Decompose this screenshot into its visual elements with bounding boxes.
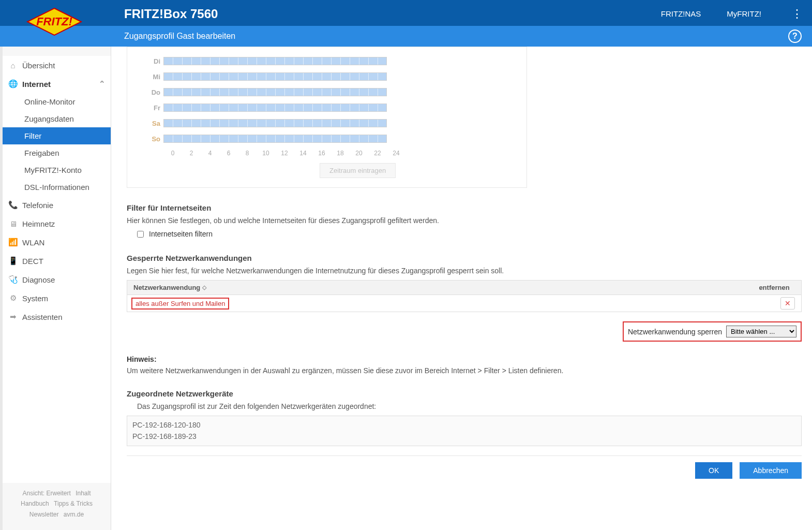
footer-link[interactable]: Tipps & Tricks <box>54 500 93 507</box>
sidebar-item-heimnetz[interactable]: 🖥Heimnetz <box>3 214 111 233</box>
myfritz-link[interactable]: MyFRITZ! <box>727 9 761 18</box>
sidebar-item-internet[interactable]: 🌐Internet⌃ <box>3 75 111 93</box>
block-section-desc: Legen Sie hier fest, für welche Netzwerk… <box>127 267 802 275</box>
chevron-up-icon: ⌃ <box>99 79 106 89</box>
nas-link[interactable]: FRITZ!NAS <box>661 9 701 18</box>
schedule-bar[interactable] <box>163 57 387 65</box>
schedule-row: Mi <box>127 69 527 84</box>
filter-checkbox-label: Internetseiten filtern <box>149 230 213 238</box>
filter-section-title: Filter für Internetseiten <box>127 203 802 212</box>
phone-icon: 📞 <box>8 200 18 210</box>
help-icon[interactable]: ? <box>788 30 802 43</box>
devices-icon: 🖥 <box>8 218 18 229</box>
dect-icon: 📱 <box>8 256 18 266</box>
fritz-logo: FRITZ! <box>23 6 85 37</box>
product-title: FRITZ!Box 7560 <box>124 7 218 21</box>
sidebar-item-diagnose[interactable]: 🩺Diagnose <box>3 270 111 289</box>
device-item: PC-192-168-120-180 <box>132 419 796 431</box>
schedule-row: So <box>127 131 527 146</box>
footer-actions: OK Abbrechen <box>127 455 802 479</box>
day-label: So <box>148 135 163 143</box>
sidebar-item-assistenten[interactable]: ➡Assistenten <box>3 307 111 326</box>
schedule-bar[interactable] <box>163 72 387 81</box>
svg-text:FRITZ!: FRITZ! <box>36 15 72 28</box>
wifi-icon: 📶 <box>8 237 18 247</box>
sidebar-subitem-myfritz!-konto[interactable]: MyFRITZ!-Konto <box>3 161 111 179</box>
schedule-bar[interactable] <box>163 88 387 96</box>
col-remove: entfernen <box>754 284 795 291</box>
lock-app-control: Netzwerkanwendung sperren Bitte wählen .… <box>623 321 802 342</box>
page-title: Zugangsprofil Gast bearbeiten <box>124 32 235 41</box>
sidebar-subitem-freigaben[interactable]: Freigaben <box>3 144 111 161</box>
sidebar: ⌂Übersicht🌐Internet⌃Online-MonitorZugang… <box>3 47 111 530</box>
day-label: Sa <box>148 120 163 127</box>
filter-checkbox[interactable] <box>137 231 144 238</box>
lock-label: Netzwerkanwendung sperren <box>628 328 722 336</box>
enter-timerange-button[interactable]: Zeitraum eintragen <box>320 163 396 178</box>
header: FRITZ! FRITZ!Box 7560 FRITZ!NAS MyFRITZ!… <box>0 2 812 26</box>
footer-link[interactable]: Inhalt <box>76 490 91 497</box>
day-label: Di <box>148 57 163 65</box>
sidebar-footer: Ansicht: Erweitert Inhalt Handbuch Tipps… <box>3 483 111 530</box>
schedule-row: Fr <box>127 100 527 115</box>
block-section-title: Gesperrte Netzwerkanwendungen <box>127 254 802 262</box>
col-app[interactable]: Netzwerkanwendung ◇ <box>133 284 754 291</box>
wizard-icon: ➡ <box>8 312 18 322</box>
sort-icon: ◇ <box>202 284 206 291</box>
subheader: Zugangsprofil Gast bearbeiten ? <box>0 26 812 47</box>
footer-link[interactable]: avm.de <box>64 511 84 518</box>
devices-desc: Das Zugangsprofil ist zur Zeit den folge… <box>127 402 802 410</box>
main-content: DiMiDoFrSaSo 024681012141618202224 Zeitr… <box>111 47 812 530</box>
schedule-row: Sa <box>127 115 527 131</box>
globe-icon: 🌐 <box>8 79 18 89</box>
schedule-bar[interactable] <box>163 104 387 112</box>
day-label: Do <box>148 89 163 96</box>
schedule-row: Do <box>127 84 527 100</box>
schedule-axis: 024681012141618202224 <box>127 150 527 157</box>
schedule-bar[interactable] <box>163 135 387 143</box>
ok-button[interactable]: OK <box>695 462 732 479</box>
filter-section-desc: Hier können Sie festlegen, ob und welche… <box>127 216 802 225</box>
blocked-app-name: alles außer Surfen und Mailen <box>131 298 229 310</box>
diag-icon: 🩺 <box>8 274 18 285</box>
footer-link[interactable]: Handbuch <box>21 500 49 507</box>
filter-checkbox-row[interactable]: Internetseiten filtern <box>127 230 802 238</box>
remove-button[interactable]: ✕ <box>780 297 795 310</box>
sidebar-subitem-zugangsdaten[interactable]: Zugangsdaten <box>3 110 111 127</box>
menu-dots-icon[interactable]: ⋮ <box>787 7 807 21</box>
hint-text: Um weitere Netzwerkanwendungen in der Au… <box>127 366 802 375</box>
close-icon: ✕ <box>785 299 791 307</box>
schedule-row: Di <box>127 53 527 69</box>
device-item: PC-192-168-189-23 <box>132 431 796 442</box>
home-icon: ⌂ <box>8 60 18 70</box>
sidebar-item-wlan[interactable]: 📶WLAN <box>3 233 111 252</box>
sidebar-item-dect[interactable]: 📱DECT <box>3 252 111 270</box>
schedule-bar[interactable] <box>163 119 387 127</box>
devices-title: Zugeordnete Netzwerkgeräte <box>127 389 802 398</box>
day-label: Mi <box>148 73 163 81</box>
table-row: alles außer Surfen und Mailen ✕ <box>127 295 801 312</box>
devices-list: PC-192-168-120-180PC-192-168-189-23 <box>127 416 802 446</box>
sidebar-subitem-online-monitor[interactable]: Online-Monitor <box>3 93 111 110</box>
gear-icon: ⚙ <box>8 293 18 303</box>
cancel-button[interactable]: Abbrechen <box>740 462 802 479</box>
footer-link[interactable]: Newsletter <box>29 511 59 518</box>
sidebar-subitem-dsl-informationen[interactable]: DSL-Informationen <box>3 179 111 196</box>
lock-app-select[interactable]: Bitte wählen ... <box>726 326 796 337</box>
hint-title: Hinweis: <box>127 355 802 363</box>
sidebar-subitem-filter[interactable]: Filter <box>3 127 111 144</box>
sidebar-item-telefonie[interactable]: 📞Telefonie <box>3 196 111 214</box>
schedule-panel: DiMiDoFrSaSo 024681012141618202224 Zeitr… <box>127 47 527 188</box>
sidebar-item-übersicht[interactable]: ⌂Übersicht <box>3 56 111 75</box>
footer-link[interactable]: Ansicht: Erweitert <box>22 490 70 497</box>
sidebar-item-system[interactable]: ⚙System <box>3 289 111 307</box>
blocked-apps-table: Netzwerkanwendung ◇ entfernen alles auße… <box>127 280 802 312</box>
day-label: Fr <box>148 104 163 112</box>
